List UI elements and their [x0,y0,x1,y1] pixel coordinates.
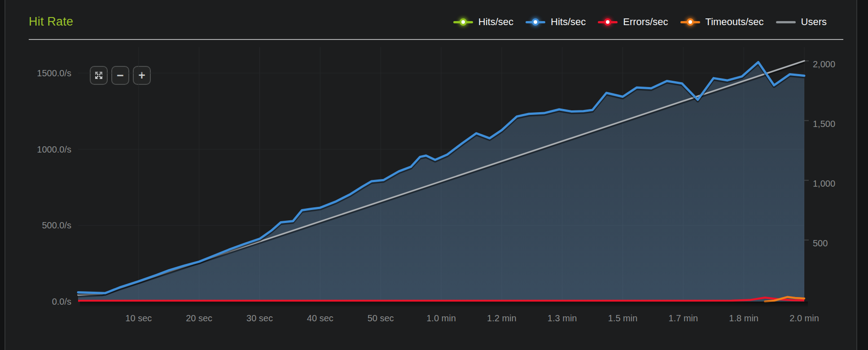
y-axis-left-tick-label: 1000.0/s [18,144,71,155]
x-axis-tick-label: 10 sec [107,313,170,324]
legend-item-label: Errors/sec [623,17,668,27]
legend-dot-icon [532,18,539,26]
x-axis-tick-label: 1.0 min [410,313,473,324]
y-axis-right-tick-label: 500 [813,238,858,249]
legend-line-dot-icon [453,21,473,23]
x-axis-tick-label: 30 sec [228,313,291,324]
page-title[interactable]: Hit Rate [29,15,73,28]
chart-plot-area[interactable] [78,47,804,302]
plot-bottom-shadow [80,302,808,307]
panel-right-border [856,0,857,350]
y-axis-right-tick-label: 2,000 [813,59,858,70]
x-axis-tick-label: 1.2 min [470,313,533,324]
x-axis-tick-label: 40 sec [289,313,351,324]
hit-rate-panel: Hit Rate Hits/secHits/secErrors/secTimeo… [5,0,856,350]
x-axis-tick-label: 1.7 min [652,313,715,324]
chart-legend: Hits/secHits/secErrors/secTimeouts/secUs… [453,15,827,29]
legend-dot-icon [460,18,467,26]
x-axis-tick-label: 2.0 min [773,313,836,324]
y-axis-left-tick-label: 0.0/s [18,296,71,307]
y-axis-right-tick-label: 1,000 [813,178,858,189]
legend-line-icon [776,21,796,23]
y-axis-left-tick-label: 500.0/s [18,220,71,231]
x-axis-tick-label: 1.5 min [592,313,654,324]
x-axis-tick-label: 50 sec [349,313,412,324]
legend-dot-icon [604,18,611,26]
legend-line-dot-icon [680,21,700,23]
y-axis-right-tick-label: 1,500 [813,118,858,129]
x-axis-tick-label: 1.8 min [712,313,775,324]
x-axis-tick-label: 20 sec [168,313,231,324]
legend-line-dot-icon [526,21,545,23]
panel-left-border [4,0,5,350]
x-axis-tick-label: 1.3 min [531,313,594,324]
legend-line-dot-icon [598,21,618,23]
legend-dot-icon [687,18,694,26]
legend-item-timeouts-sec-3[interactable]: Timeouts/sec [680,17,764,27]
legend-item-errors-sec-2[interactable]: Errors/sec [598,17,668,27]
legend-item-label: Timeouts/sec [706,17,764,27]
legend-item-label: Users [801,17,827,27]
legend-item-label: Hits/sec [551,17,586,27]
legend-item-hits-sec-0[interactable]: Hits/sec [453,17,513,27]
y-axis-left-tick-label: 1500.0/s [18,68,71,79]
header-divider [29,39,843,40]
legend-item-hits-sec-1[interactable]: Hits/sec [526,17,586,27]
legend-item-label: Hits/sec [478,17,513,27]
legend-item-users-4[interactable]: Users [776,17,827,27]
